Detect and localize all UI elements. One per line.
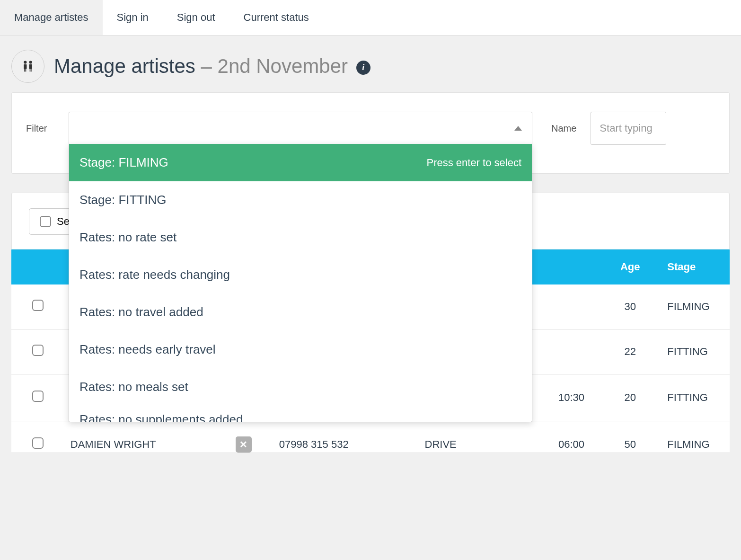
page-date: 2nd November — [218, 55, 348, 77]
filter-dropdown[interactable]: Stage: FILMING Press enter to select Sta… — [69, 144, 532, 422]
info-icon[interactable]: i — [356, 61, 370, 75]
col-header-check — [11, 249, 65, 284]
svg-rect-5 — [26, 68, 26, 71]
filter-option-rates-early-travel[interactable]: Rates: needs early travel — [69, 331, 532, 368]
filter-option-rates-no-travel[interactable]: Rates: no travel added — [69, 293, 532, 331]
cell-stage: FITTING — [662, 374, 730, 421]
cell-name: DAMIEN WRIGHT — [65, 421, 230, 453]
cell-transport: DRIVE — [419, 421, 526, 453]
col-header-stage[interactable]: Stage — [662, 249, 730, 284]
title-separator: – — [201, 55, 212, 77]
name-filter-input[interactable] — [591, 112, 666, 145]
filter-option-label: Rates: needs early travel — [79, 342, 216, 357]
cell-stage: FILMING — [662, 421, 730, 453]
svg-rect-7 — [31, 68, 32, 71]
filter-select[interactable]: Stage: FILMING Press enter to select Sta… — [69, 112, 532, 145]
svg-point-0 — [24, 61, 26, 63]
tab-sign-out[interactable]: Sign out — [163, 0, 229, 35]
tab-manage-artistes[interactable]: Manage artistes — [0, 0, 103, 35]
cell-phone: 07998 315 532 — [273, 421, 419, 453]
filter-card: Filter Stage: FILMING Press enter to sel… — [11, 92, 730, 174]
cell-age: 22 — [599, 329, 662, 374]
row-checkbox[interactable] — [32, 345, 44, 356]
row-checkbox[interactable] — [32, 437, 44, 449]
svg-rect-6 — [30, 68, 31, 71]
cell-time: 10:30 — [526, 374, 599, 421]
filter-select-hint: Press enter to select — [426, 157, 521, 169]
page-header: Manage artistes – 2nd November i — [0, 36, 741, 92]
filter-option-label: Rates: no rate set — [79, 230, 176, 245]
filter-option-label: Stage: FITTING — [79, 193, 167, 207]
name-filter-label: Name — [551, 123, 576, 134]
filter-option-label: Rates: rate needs changing — [79, 267, 230, 282]
cell-stage: FILMING — [662, 284, 730, 329]
people-icon — [11, 50, 44, 83]
page-title-text: Manage artistes — [54, 55, 195, 77]
close-icon[interactable]: ✕ — [236, 436, 252, 453]
checkbox-icon — [40, 216, 51, 227]
filter-option-rates-needs-changing[interactable]: Rates: rate needs changing — [69, 256, 532, 293]
cell-time: 06:00 — [526, 421, 599, 453]
filter-option-label: Rates: no supplements added — [79, 412, 243, 422]
filter-option-stage-filming[interactable]: Stage: FILMING Press enter to select — [69, 144, 532, 181]
svg-rect-4 — [24, 68, 25, 71]
filter-input[interactable] — [69, 112, 532, 145]
caret-up-icon — [514, 126, 522, 131]
filter-option-label: Rates: no travel added — [79, 305, 203, 320]
tab-current-status[interactable]: Current status — [229, 0, 323, 35]
col-header-blank — [526, 249, 599, 284]
row-checkbox[interactable] — [32, 300, 44, 311]
cell-age: 20 — [599, 374, 662, 421]
cell-stage: FITTING — [662, 329, 730, 374]
filter-option-rates-no-supplements[interactable]: Rates: no supplements added — [69, 406, 532, 422]
cell-age: 30 — [599, 284, 662, 329]
col-header-age[interactable]: Age — [599, 249, 662, 284]
page-title: Manage artistes – 2nd November i — [54, 55, 370, 78]
filter-option-stage-fitting[interactable]: Stage: FITTING — [69, 181, 532, 219]
tab-bar: Manage artistes Sign in Sign out Current… — [0, 0, 741, 36]
filter-option-rates-no-meals[interactable]: Rates: no meals set — [69, 368, 532, 406]
svg-point-1 — [29, 61, 32, 63]
filter-option-label: Rates: no meals set — [79, 380, 188, 394]
filter-option-rates-no-rate[interactable]: Rates: no rate set — [69, 219, 532, 256]
svg-rect-2 — [24, 64, 26, 69]
table-row[interactable]: DAMIEN WRIGHT ✕ 07998 315 532 DRIVE 06:0… — [11, 421, 730, 453]
filter-label: Filter — [26, 123, 54, 134]
row-checkbox[interactable] — [32, 391, 44, 402]
cell-age: 50 — [599, 421, 662, 453]
tab-sign-in[interactable]: Sign in — [103, 0, 163, 35]
filter-option-label: Stage: FILMING — [79, 155, 168, 170]
svg-rect-3 — [29, 64, 32, 69]
